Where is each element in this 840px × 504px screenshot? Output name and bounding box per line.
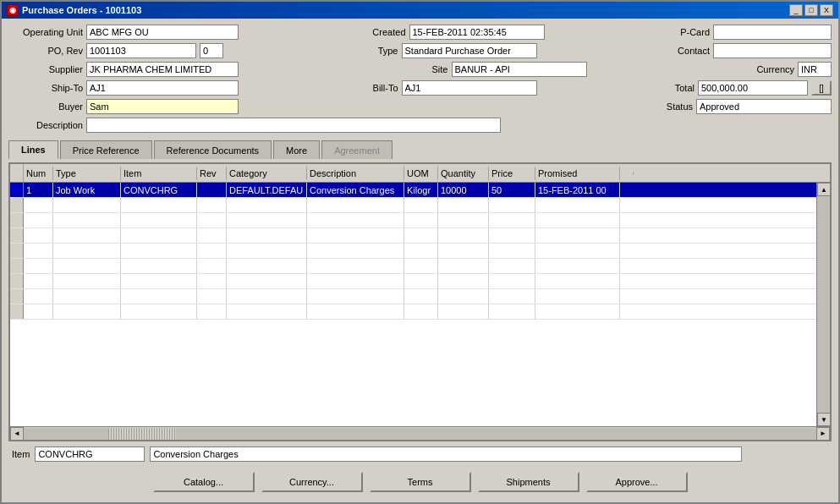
scroll-track[interactable] (817, 196, 830, 413)
scroll-right-button[interactable]: ► (816, 427, 830, 441)
table-cell[interactable] (404, 244, 438, 258)
site-input[interactable] (452, 62, 587, 77)
table-cell[interactable] (404, 304, 438, 319)
table-cell[interactable]: DEFAULT.DEFAU (227, 183, 307, 197)
table-cell[interactable] (404, 213, 438, 227)
vertical-scrollbar[interactable]: ▲ ▼ (816, 183, 830, 426)
table-cell[interactable] (121, 259, 197, 273)
table-cell[interactable] (53, 289, 121, 304)
table-cell[interactable] (197, 213, 227, 227)
table-cell[interactable]: Conversion Charges (307, 183, 404, 197)
table-cell[interactable] (404, 198, 438, 212)
contact-input[interactable] (713, 43, 832, 58)
table-cell[interactable] (438, 198, 489, 212)
table-cell[interactable] (404, 228, 438, 243)
table-cell[interactable] (121, 244, 197, 258)
table-cell[interactable] (489, 274, 535, 288)
item-description-input[interactable] (150, 446, 742, 462)
table-cell[interactable]: 1 (24, 183, 53, 197)
table-cell[interactable] (307, 228, 404, 243)
table-row[interactable] (10, 274, 816, 289)
table-cell[interactable] (121, 213, 197, 227)
table-cell[interactable] (489, 304, 535, 319)
table-cell[interactable] (307, 259, 404, 273)
table-cell[interactable]: Kilogr (404, 183, 438, 197)
table-cell[interactable] (227, 198, 307, 212)
table-cell[interactable] (307, 244, 404, 258)
table-cell[interactable] (535, 274, 620, 288)
table-cell[interactable] (24, 213, 53, 227)
table-cell[interactable] (197, 183, 227, 197)
table-cell[interactable] (24, 244, 53, 258)
table-cell[interactable] (535, 244, 620, 258)
table-cell[interactable] (438, 289, 489, 304)
scroll-h-track[interactable] (24, 428, 816, 440)
scroll-down-button[interactable]: ▼ (817, 413, 830, 426)
table-cell[interactable] (197, 274, 227, 288)
table-cell[interactable] (438, 213, 489, 227)
horizontal-scrollbar[interactable]: ◄ ► (10, 426, 830, 440)
table-cell[interactable] (121, 304, 197, 319)
table-cell[interactable] (438, 259, 489, 273)
table-row[interactable] (10, 228, 816, 244)
tab-more[interactable]: More (273, 140, 320, 159)
po-rev-suffix-input[interactable] (200, 43, 223, 58)
table-cell[interactable] (438, 304, 489, 319)
table-cell[interactable] (489, 213, 535, 227)
table-row[interactable] (10, 259, 816, 274)
tab-price-reference[interactable]: Price Reference (60, 140, 152, 159)
table-cell[interactable] (197, 289, 227, 304)
scroll-up-button[interactable]: ▲ (817, 183, 830, 196)
currency-input[interactable] (798, 62, 832, 77)
table-cell[interactable] (227, 259, 307, 273)
table-cell[interactable]: 50 (489, 183, 535, 197)
table-cell[interactable] (404, 259, 438, 273)
table-cell[interactable] (489, 228, 535, 243)
table-cell[interactable] (489, 289, 535, 304)
bill-to-input[interactable] (402, 80, 537, 96)
table-cell[interactable] (24, 304, 53, 319)
table-cell[interactable] (489, 198, 535, 212)
shipments-button[interactable]: Shipments (478, 472, 579, 492)
maximize-button[interactable]: □ (804, 4, 818, 16)
table-cell[interactable] (121, 289, 197, 304)
terms-button[interactable]: Terms (370, 472, 471, 492)
table-cell[interactable] (197, 304, 227, 319)
table-cell[interactable]: 10000 (438, 183, 489, 197)
table-cell[interactable] (197, 259, 227, 273)
table-row[interactable] (10, 289, 816, 304)
table-row[interactable] (10, 198, 816, 213)
title-controls[interactable]: _ □ X (789, 4, 833, 16)
tab-lines[interactable]: Lines (8, 140, 58, 159)
table-row[interactable]: 1Job WorkCONVCHRGDEFAULT.DEFAUConversion… (10, 183, 816, 198)
table-cell[interactable] (307, 198, 404, 212)
table-cell[interactable] (438, 274, 489, 288)
table-cell[interactable] (438, 228, 489, 243)
table-cell[interactable] (227, 274, 307, 288)
table-cell[interactable] (535, 289, 620, 304)
table-cell[interactable] (53, 304, 121, 319)
catalog-button[interactable]: Catalog... (153, 472, 255, 492)
table-cell[interactable] (535, 198, 620, 212)
table-cell[interactable] (121, 274, 197, 288)
table-cell[interactable] (24, 259, 53, 273)
table-cell[interactable] (227, 228, 307, 243)
close-button[interactable]: X (820, 4, 833, 16)
table-cell[interactable] (535, 228, 620, 243)
table-cell[interactable] (535, 304, 620, 319)
table-cell[interactable] (227, 289, 307, 304)
table-row[interactable] (10, 213, 816, 228)
approve-button[interactable]: Approve... (586, 472, 688, 492)
table-cell[interactable] (24, 228, 53, 243)
table-cell[interactable]: Job Work (53, 183, 121, 197)
table-cell[interactable] (53, 244, 121, 258)
tab-reference-documents[interactable]: Reference Documents (154, 140, 272, 159)
table-cell[interactable]: CONVCHRG (121, 183, 197, 197)
minimize-button[interactable]: _ (789, 4, 803, 16)
table-cell[interactable] (438, 244, 489, 258)
table-cell[interactable] (121, 228, 197, 243)
table-cell[interactable] (307, 274, 404, 288)
table-cell[interactable] (489, 259, 535, 273)
item-input[interactable] (35, 446, 145, 462)
table-cell[interactable] (121, 198, 197, 212)
